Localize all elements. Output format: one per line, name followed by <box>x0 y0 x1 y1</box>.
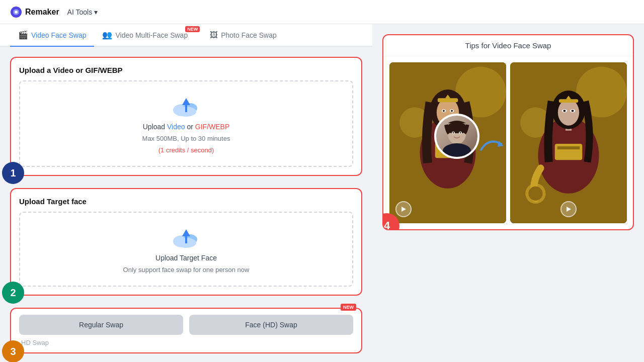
svg-point-51 <box>528 187 542 201</box>
tabs-bar: 🎬 Video Face Swap 👥 Video Multi-Face Swa… <box>0 24 372 47</box>
svg-point-1 <box>15 11 18 14</box>
logo-text: Remaker <box>25 8 59 17</box>
step2-card: Upload Target face Upload Target Face On… <box>10 188 362 296</box>
step2-bubble: 2 <box>2 282 24 304</box>
tips-images <box>383 56 633 229</box>
chevron-down-icon: ▾ <box>94 8 98 16</box>
face-upload-icon <box>171 225 201 249</box>
tips-img-right <box>510 62 627 223</box>
play-button-right[interactable] <box>560 201 577 217</box>
work-area: Upload a Video or GIF/WEBP Upload Video <box>0 47 372 362</box>
right-panel: Tips for Video Face Swap <box>372 24 644 362</box>
svg-marker-33 <box>498 141 504 147</box>
step1-credits: (1 credits / second) <box>158 146 214 154</box>
step1-upload-text: Upload Video or GIF/WEBP <box>143 123 230 131</box>
svg-rect-39 <box>555 144 582 160</box>
logo-area: Remaker <box>10 6 59 18</box>
step2-title: Upload Target face <box>19 197 353 206</box>
swap-arrow <box>477 135 506 155</box>
svg-point-49 <box>572 110 574 112</box>
face-hd-swap-button[interactable]: Face (HD) Swap <box>189 315 353 335</box>
tab-video-multi-label: Video Multi-Face Swap <box>115 31 188 39</box>
upload-icon-wrap <box>171 94 201 119</box>
tips-image-swapped <box>510 62 627 223</box>
svg-marker-34 <box>401 207 406 212</box>
svg-marker-52 <box>567 207 571 212</box>
app-header: Remaker AI Tools ▾ <box>0 0 644 24</box>
tab-video-face-swap-label: Video Face Swap <box>31 31 86 39</box>
hd-swap-label: HD Swap <box>19 339 353 346</box>
step2-upload-icon-wrap <box>171 225 201 250</box>
upload-gif-link[interactable]: GIF/WEBP <box>195 123 229 131</box>
svg-point-30 <box>453 132 454 134</box>
step3-bubble: 3 <box>2 340 24 362</box>
face-overlay-circle <box>434 114 479 159</box>
play-icon-right <box>565 206 572 213</box>
upload-pre-text: Upload <box>143 123 167 131</box>
swapped-figure <box>510 62 627 223</box>
play-icon <box>400 206 407 213</box>
step1-bubble: 1 <box>2 162 24 184</box>
new-badge: NEW <box>185 26 200 32</box>
tips-title: Tips for Video Face Swap <box>383 35 633 56</box>
svg-point-31 <box>460 132 461 134</box>
left-panel: 🎬 Video Face Swap 👥 Video Multi-Face Swa… <box>0 24 372 362</box>
tab-photo-face-swap[interactable]: 🖼 Photo Face Swap <box>202 25 285 47</box>
main-content: 🎬 Video Face Swap 👥 Video Multi-Face Swa… <box>0 24 644 362</box>
cloud-upload-icon <box>171 94 201 118</box>
tab-video-multi-face-swap[interactable]: 👥 Video Multi-Face Swap NEW <box>94 24 202 47</box>
svg-point-43 <box>558 99 579 125</box>
play-button-left[interactable] <box>395 201 412 217</box>
target-face-preview <box>436 116 477 157</box>
step3-new-badge: NEW <box>341 304 356 311</box>
upload-video-link[interactable]: Video <box>167 123 185 131</box>
step1-sub: Max 500MB, Up to 30 minutes <box>142 135 230 142</box>
svg-point-24 <box>451 110 453 112</box>
step2-upload-label: Upload Target Face <box>155 254 217 262</box>
regular-swap-button[interactable]: Regular Swap <box>19 315 183 335</box>
step1-card: Upload a Video or GIF/WEBP Upload Video <box>10 57 362 176</box>
step3-card: NEW Regular Swap Face (HD) Swap HD Swap … <box>10 308 362 353</box>
svg-point-32 <box>443 143 471 157</box>
svg-rect-44 <box>559 99 578 103</box>
tips-card: Tips for Video Face Swap <box>382 34 634 230</box>
svg-point-48 <box>563 110 566 112</box>
step2-upload-zone[interactable]: Upload Target Face Only support face swa… <box>19 212 353 287</box>
ai-tools-label: AI Tools <box>67 8 93 16</box>
tips-image-original <box>389 62 506 223</box>
tab-photo-face-swap-label: Photo Face Swap <box>221 31 277 39</box>
step2-sub: Only support face swap for one person no… <box>123 266 250 274</box>
upload-or-text: or <box>187 123 195 131</box>
ai-tools-button[interactable]: AI Tools ▾ <box>63 6 102 18</box>
step1-upload-zone[interactable]: Upload Video or GIF/WEBP Max 500MB, Up t… <box>19 80 353 167</box>
tips-img-left <box>389 62 506 223</box>
swap-arrow-icon <box>478 135 506 155</box>
svg-rect-40 <box>557 146 580 149</box>
step1-title: Upload a Video or GIF/WEBP <box>19 66 353 74</box>
video-face-swap-icon: 🎬 <box>18 30 28 40</box>
remaker-logo-icon <box>10 6 22 18</box>
tab-video-face-swap[interactable]: 🎬 Video Face Swap <box>10 24 94 47</box>
svg-rect-19 <box>438 98 458 102</box>
svg-point-23 <box>443 110 445 112</box>
photo-face-swap-icon: 🖼 <box>210 31 218 40</box>
video-multi-icon: 👥 <box>102 30 112 40</box>
action-buttons: Regular Swap Face (HD) Swap <box>19 315 353 335</box>
